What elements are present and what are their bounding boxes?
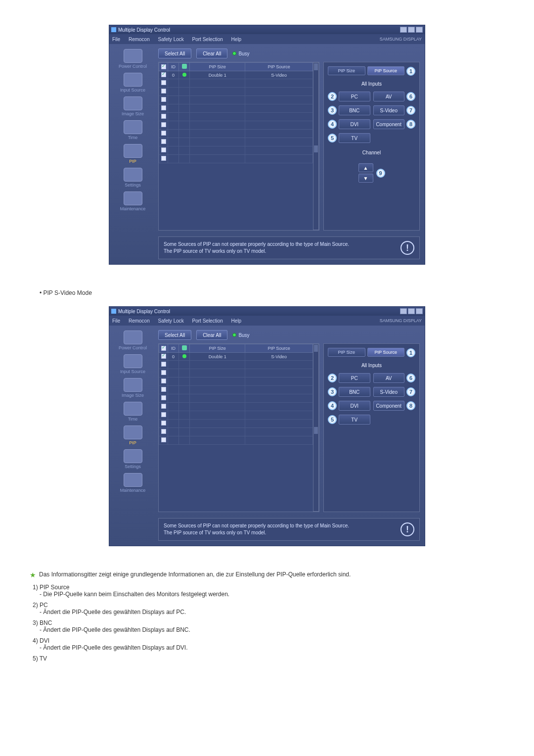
menu-safety-lock[interactable]: Safety Lock: [158, 37, 184, 42]
source-pc-button[interactable]: PC: [339, 92, 370, 101]
source-component-button[interactable]: Component: [373, 119, 405, 129]
source-tv-button[interactable]: TV: [339, 415, 370, 425]
menu-remocon[interactable]: Remocon: [129, 318, 150, 324]
col-pip-size: PIP Size: [190, 63, 245, 71]
menu-file[interactable]: File: [112, 318, 120, 324]
source-svideo-button[interactable]: S-Video: [373, 387, 405, 397]
menu-port-selection[interactable]: Port Selection: [192, 318, 223, 324]
source-dvi-button[interactable]: DVI: [339, 401, 370, 411]
sidebar: Power Control Input Source Image Size Ti…: [109, 326, 156, 546]
app-icon: [111, 309, 116, 314]
grid-scrollbar[interactable]: [313, 344, 319, 512]
source-panel: PIP Size PIP Source 1 All Inputs 2PC 3BN…: [323, 343, 420, 512]
close-icon[interactable]: [416, 308, 423, 314]
table-row: [159, 411, 313, 420]
display-grid[interactable]: ID PIP Size PIP Source 0 Double 1 S-Vide…: [158, 62, 319, 231]
maximize-icon[interactable]: [408, 27, 415, 33]
sidebar-item-pip[interactable]: PIP: [111, 143, 155, 166]
tab-pip-size[interactable]: PIP Size: [328, 66, 365, 75]
tab-pip-source[interactable]: PIP Source: [367, 66, 405, 75]
minimize-icon[interactable]: [400, 308, 407, 314]
menubar: File Remocon Safety Lock Port Selection …: [109, 316, 425, 326]
all-inputs-label: All Inputs: [328, 81, 415, 87]
select-all-button[interactable]: Select All: [158, 48, 191, 58]
source-panel: PIP Size PIP Source 1 All Inputs 2PC 3BN…: [323, 62, 420, 231]
table-row: [159, 138, 313, 146]
sidebar-item-power[interactable]: Power Control: [111, 48, 155, 71]
tab-pip-size[interactable]: PIP Size: [328, 348, 365, 357]
table-row[interactable]: 0 Double 1 S-Video: [159, 71, 313, 79]
menu-help[interactable]: Help: [231, 37, 242, 42]
busy-indicator: Busy: [232, 51, 249, 56]
table-row[interactable]: 0 Double 1 S-Video: [159, 353, 313, 361]
notes-section: ★ Das Informationsgitter zeigt einige gr…: [30, 571, 504, 662]
channel-up-button[interactable]: ▲: [358, 163, 373, 172]
mode-bullet: • PIP S-Video Mode: [40, 289, 504, 296]
maximize-icon[interactable]: [408, 308, 415, 314]
badge-3: 3: [328, 387, 337, 396]
menu-port-selection[interactable]: Port Selection: [192, 37, 223, 42]
sidebar-item-time[interactable]: Time: [111, 119, 155, 142]
mdc-window-a: Multiple Display Control File Remocon Sa…: [109, 25, 425, 265]
sidebar-item-input[interactable]: Input Source: [111, 353, 155, 376]
clear-all-button[interactable]: Clear All: [196, 330, 227, 340]
badge-1: 1: [406, 348, 415, 357]
scroll-down-icon: [314, 145, 318, 152]
grid-scrollbar[interactable]: [313, 62, 319, 230]
select-all-button[interactable]: Select All: [158, 330, 191, 340]
source-av-button[interactable]: AV: [373, 92, 405, 101]
note-2-head: 2) PC: [33, 602, 504, 609]
menu-remocon[interactable]: Remocon: [129, 37, 150, 42]
info-icon: !: [400, 241, 414, 255]
table-row: [159, 113, 313, 121]
col-id: ID: [168, 344, 179, 353]
sidebar-item-input[interactable]: Input Source: [111, 72, 155, 94]
sidebar-item-image[interactable]: Image Size: [111, 377, 155, 400]
col-status: [179, 63, 190, 71]
menu-safety-lock[interactable]: Safety Lock: [158, 318, 184, 324]
tab-pip-source[interactable]: PIP Source: [367, 348, 405, 357]
row-check-icon[interactable]: [161, 354, 166, 359]
status-dot-icon: [182, 354, 186, 358]
table-row: [159, 79, 313, 88]
source-dvi-button[interactable]: DVI: [339, 119, 370, 129]
sidebar-item-pip[interactable]: PIP: [111, 425, 155, 447]
sidebar-item-settings[interactable]: Settings: [111, 448, 155, 471]
sidebar-item-settings[interactable]: Settings: [111, 167, 155, 189]
close-icon[interactable]: [416, 27, 423, 33]
channel-down-button[interactable]: ▼: [358, 174, 373, 183]
sidebar-item-power[interactable]: Power Control: [111, 330, 155, 352]
table-row: [159, 96, 313, 104]
badge-4: 4: [328, 401, 337, 410]
source-tv-button[interactable]: TV: [339, 133, 370, 143]
minimize-icon[interactable]: [400, 27, 407, 33]
menu-help[interactable]: Help: [231, 318, 242, 324]
app-icon: [111, 27, 116, 32]
info-strip: Some Sources of PIP can not operate prop…: [158, 236, 420, 259]
sidebar-item-maintenance[interactable]: Maintenance: [111, 472, 155, 495]
badge-2: 2: [328, 374, 337, 382]
note-4-sub: - Ändert die PIP-Quelle des gewählten Di…: [40, 644, 504, 651]
menu-file[interactable]: File: [112, 37, 120, 42]
display-grid[interactable]: ID PIP Size PIP Source 0 Double 1 S-Vide…: [158, 343, 319, 512]
source-bnc-button[interactable]: BNC: [339, 105, 370, 115]
scroll-up-icon: [314, 345, 318, 352]
check-all-icon[interactable]: [161, 346, 166, 351]
table-row: [159, 88, 313, 96]
all-inputs-label: All Inputs: [328, 363, 415, 368]
source-av-button[interactable]: AV: [373, 373, 405, 383]
source-bnc-button[interactable]: BNC: [339, 387, 370, 397]
source-pc-button[interactable]: PC: [339, 373, 370, 383]
sidebar-item-image[interactable]: Image Size: [111, 95, 155, 118]
badge-8: 8: [406, 401, 415, 410]
row-check-icon[interactable]: [161, 72, 166, 77]
clear-all-button[interactable]: Clear All: [196, 48, 227, 58]
sidebar-item-maintenance[interactable]: Maintenance: [111, 190, 155, 213]
note-5-head: 5) TV: [33, 655, 504, 662]
col-pip-size: PIP Size: [190, 344, 245, 353]
source-svideo-button[interactable]: S-Video: [373, 105, 405, 115]
table-row: [159, 155, 313, 163]
source-component-button[interactable]: Component: [373, 401, 405, 411]
check-all-icon[interactable]: [161, 64, 166, 69]
sidebar-item-time[interactable]: Time: [111, 401, 155, 424]
